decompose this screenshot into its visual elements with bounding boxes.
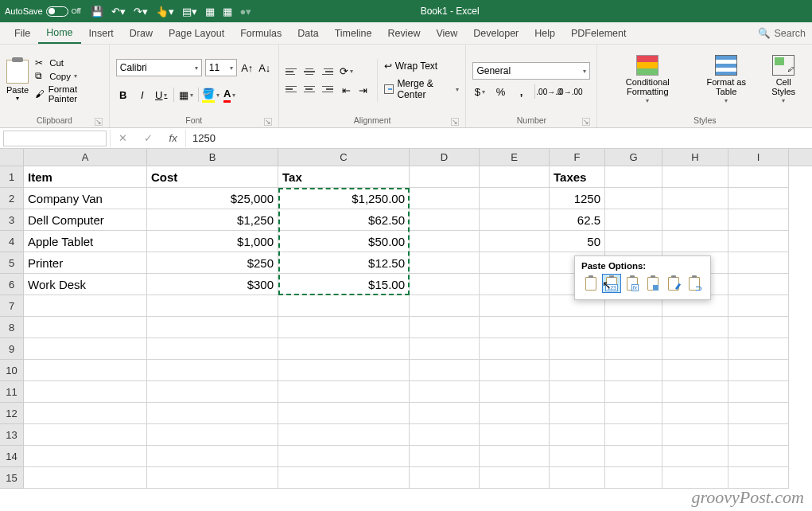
decrease-decimal-button[interactable]: .0→.00 (562, 84, 577, 99)
cell[interactable] (550, 424, 605, 446)
cell[interactable] (24, 295, 147, 317)
cell[interactable] (605, 424, 662, 446)
cell[interactable] (480, 209, 550, 231)
cell[interactable] (480, 274, 550, 295)
search-button[interactable]: 🔍 Search (758, 27, 806, 39)
cell[interactable] (410, 467, 480, 489)
cell[interactable] (24, 424, 147, 446)
cell[interactable] (728, 424, 789, 446)
cell[interactable] (550, 403, 605, 424)
cell[interactable] (480, 446, 550, 467)
border-button[interactable]: ▦ (179, 88, 193, 102)
cell[interactable]: Dell Computer (24, 209, 147, 231)
cell[interactable] (278, 317, 410, 338)
align-right-button[interactable] (319, 83, 333, 96)
cell[interactable]: $15.00 (278, 274, 410, 295)
cell[interactable] (278, 424, 410, 446)
cell[interactable] (480, 424, 550, 446)
cell[interactable] (662, 209, 728, 231)
col-header-b[interactable]: B (147, 149, 278, 166)
decrease-font-button[interactable]: A↓ (258, 60, 272, 75)
paste-option-transpose[interactable] (643, 274, 662, 293)
dialog-launcher-icon[interactable]: ↘ (582, 118, 590, 126)
cell[interactable] (605, 188, 662, 209)
paste-option-formatting[interactable] (664, 274, 683, 293)
align-left-button[interactable] (286, 83, 300, 96)
cell[interactable] (410, 231, 480, 252)
cell[interactable] (605, 446, 662, 467)
cell[interactable] (605, 317, 662, 338)
cell[interactable] (278, 381, 410, 403)
orientation-button[interactable]: ⟳ (340, 64, 354, 78)
cell[interactable] (728, 446, 789, 467)
fillcolor-button[interactable]: 🪣 (204, 88, 218, 102)
cell[interactable] (662, 188, 728, 209)
cell[interactable] (662, 403, 728, 424)
cell[interactable]: $1,250.00 (278, 188, 410, 209)
cell[interactable] (662, 231, 728, 252)
row-header[interactable]: 13 (0, 424, 24, 446)
cancel-icon[interactable]: ✕ (118, 132, 127, 144)
increase-indent-button[interactable]: ⇥ (356, 83, 371, 97)
cell[interactable] (728, 166, 789, 188)
tab-timeline[interactable]: Timeline (327, 22, 380, 44)
row-header[interactable]: 6 (0, 274, 24, 295)
cell[interactable] (605, 209, 662, 231)
fontname-select[interactable]: Calibri▾ (116, 59, 202, 76)
cell[interactable] (24, 338, 147, 360)
cell[interactable] (480, 360, 550, 381)
align-bottom-button[interactable] (319, 65, 333, 78)
increase-font-button[interactable]: A↑ (240, 60, 254, 75)
cell[interactable]: $1,000 (147, 231, 278, 252)
cell[interactable] (278, 295, 410, 317)
cell[interactable] (410, 446, 480, 467)
cell[interactable] (147, 403, 278, 424)
cell[interactable] (410, 360, 480, 381)
cell[interactable] (728, 360, 789, 381)
cell[interactable] (662, 446, 728, 467)
row-header[interactable]: 9 (0, 338, 24, 360)
row-header[interactable]: 5 (0, 252, 24, 274)
dialog-launcher-icon[interactable]: ↘ (95, 118, 103, 126)
cell[interactable]: 50 (550, 231, 605, 252)
cut-button[interactable]: ✂Cut (35, 57, 103, 68)
autosave-toggle[interactable]: AutoSave Off (5, 6, 81, 17)
wraptext-button[interactable]: ↩Wrap Text (384, 60, 460, 72)
merge-button[interactable]: Merge & Center ▾ (384, 78, 460, 100)
cell[interactable]: $62.50 (278, 209, 410, 231)
cell[interactable] (662, 338, 728, 360)
row-header[interactable]: 10 (0, 360, 24, 381)
row-header[interactable]: 7 (0, 295, 24, 317)
cell[interactable] (605, 166, 662, 188)
cell[interactable] (728, 381, 789, 403)
underline-button[interactable]: U (154, 88, 169, 102)
cell[interactable] (662, 360, 728, 381)
cell[interactable]: $1,250 (147, 209, 278, 231)
fx-icon[interactable]: fx (169, 132, 177, 144)
align-middle-button[interactable] (302, 65, 317, 78)
cell[interactable] (278, 360, 410, 381)
cell[interactable] (410, 188, 480, 209)
increase-decimal-button[interactable]: .00→.0 (542, 84, 556, 99)
tab-pdfelement[interactable]: PDFelement (563, 22, 634, 44)
paste-button[interactable]: Paste ▾ (6, 60, 29, 102)
cell-b1[interactable]: Cost (147, 166, 278, 188)
cell[interactable] (147, 381, 278, 403)
cell[interactable] (605, 231, 662, 252)
cell[interactable] (278, 467, 410, 489)
comma-button[interactable]: , (514, 84, 528, 99)
row-header[interactable]: 15 (0, 467, 24, 489)
cell-a1[interactable]: Item (24, 166, 147, 188)
tab-data[interactable]: Data (289, 22, 326, 44)
cell[interactable]: $250 (147, 252, 278, 274)
cell[interactable] (24, 381, 147, 403)
align-center-button[interactable] (302, 83, 317, 96)
formula-input[interactable]: 1250 (185, 130, 812, 147)
cell[interactable] (147, 317, 278, 338)
cell[interactable] (662, 424, 728, 446)
cell[interactable] (147, 446, 278, 467)
select-all-corner[interactable] (0, 149, 24, 166)
cell[interactable] (550, 467, 605, 489)
cell[interactable] (147, 360, 278, 381)
cell[interactable] (278, 446, 410, 467)
